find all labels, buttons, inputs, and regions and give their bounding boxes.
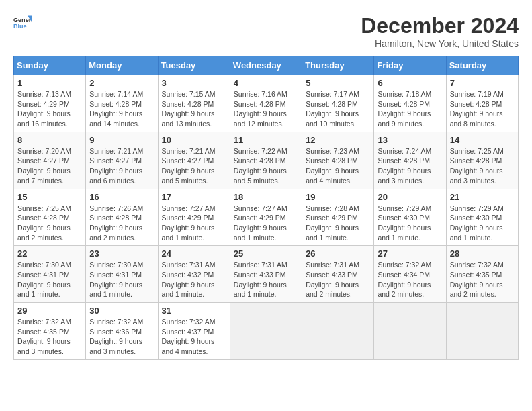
day-number: 30 bbox=[89, 306, 154, 316]
table-row: 6Sunrise: 7:18 AMSunset: 4:28 PMDaylight… bbox=[374, 75, 446, 132]
day-number: 29 bbox=[17, 306, 82, 316]
day-number: 12 bbox=[306, 135, 370, 145]
day-number: 14 bbox=[450, 135, 515, 145]
table-row: 1Sunrise: 7:13 AMSunset: 4:29 PMDaylight… bbox=[14, 75, 86, 132]
day-info: Sunrise: 7:31 AMSunset: 4:32 PMDaylight:… bbox=[162, 260, 226, 300]
table-row: 30Sunrise: 7:32 AMSunset: 4:36 PMDayligh… bbox=[86, 303, 158, 360]
day-info: Sunrise: 7:30 AMSunset: 4:31 PMDaylight:… bbox=[89, 260, 154, 300]
day-number: 2 bbox=[89, 78, 154, 88]
table-row: 19Sunrise: 7:28 AMSunset: 4:29 PMDayligh… bbox=[302, 189, 374, 246]
table-row: 3Sunrise: 7:15 AMSunset: 4:28 PMDaylight… bbox=[158, 75, 230, 132]
calendar-week-row: 1Sunrise: 7:13 AMSunset: 4:29 PMDaylight… bbox=[14, 75, 519, 132]
day-number: 22 bbox=[17, 248, 82, 259]
table-row: 9Sunrise: 7:21 AMSunset: 4:27 PMDaylight… bbox=[86, 132, 158, 189]
day-info: Sunrise: 7:32 AMSunset: 4:35 PMDaylight:… bbox=[17, 317, 82, 357]
table-row: 24Sunrise: 7:31 AMSunset: 4:32 PMDayligh… bbox=[158, 246, 230, 303]
col-wednesday: Wednesday bbox=[230, 56, 302, 75]
day-number: 21 bbox=[450, 192, 515, 202]
day-info: Sunrise: 7:29 AMSunset: 4:30 PMDaylight:… bbox=[378, 203, 442, 243]
table-row: 20Sunrise: 7:29 AMSunset: 4:30 PMDayligh… bbox=[374, 189, 446, 246]
day-number: 8 bbox=[17, 135, 82, 145]
day-number: 16 bbox=[89, 192, 154, 202]
day-info: Sunrise: 7:30 AMSunset: 4:31 PMDaylight:… bbox=[17, 260, 82, 300]
col-friday: Friday bbox=[374, 56, 446, 75]
table-row: 22Sunrise: 7:30 AMSunset: 4:31 PMDayligh… bbox=[14, 246, 86, 303]
table-row bbox=[374, 303, 446, 360]
day-number: 28 bbox=[450, 248, 515, 259]
day-info: Sunrise: 7:17 AMSunset: 4:28 PMDaylight:… bbox=[306, 89, 370, 129]
day-info: Sunrise: 7:22 AMSunset: 4:28 PMDaylight:… bbox=[234, 146, 298, 186]
table-row: 13Sunrise: 7:24 AMSunset: 4:28 PMDayligh… bbox=[374, 132, 446, 189]
day-number: 3 bbox=[162, 78, 226, 88]
table-row: 17Sunrise: 7:27 AMSunset: 4:29 PMDayligh… bbox=[158, 189, 230, 246]
day-number: 10 bbox=[162, 135, 226, 145]
day-number: 1 bbox=[17, 78, 82, 88]
day-number: 4 bbox=[234, 78, 298, 88]
svg-text:Blue: Blue bbox=[13, 23, 27, 30]
day-info: Sunrise: 7:21 AMSunset: 4:27 PMDaylight:… bbox=[89, 146, 154, 186]
day-number: 27 bbox=[378, 248, 442, 259]
day-info: Sunrise: 7:25 AMSunset: 4:28 PMDaylight:… bbox=[450, 146, 515, 186]
day-number: 31 bbox=[162, 306, 226, 316]
logo: General Blue bbox=[13, 13, 32, 32]
day-number: 25 bbox=[234, 248, 298, 259]
day-info: Sunrise: 7:13 AMSunset: 4:29 PMDaylight:… bbox=[17, 89, 82, 129]
day-number: 15 bbox=[17, 192, 82, 202]
day-info: Sunrise: 7:27 AMSunset: 4:29 PMDaylight:… bbox=[234, 203, 298, 243]
page-header: General Blue December 2024 Hamilton, New… bbox=[13, 13, 519, 49]
day-info: Sunrise: 7:25 AMSunset: 4:28 PMDaylight:… bbox=[17, 203, 82, 243]
table-row: 31Sunrise: 7:32 AMSunset: 4:37 PMDayligh… bbox=[158, 303, 230, 360]
day-number: 5 bbox=[306, 78, 370, 88]
day-number: 13 bbox=[378, 135, 442, 145]
page-title: December 2024 bbox=[361, 13, 519, 38]
day-info: Sunrise: 7:19 AMSunset: 4:28 PMDaylight:… bbox=[450, 89, 515, 129]
table-row: 26Sunrise: 7:31 AMSunset: 4:33 PMDayligh… bbox=[302, 246, 374, 303]
day-info: Sunrise: 7:27 AMSunset: 4:29 PMDaylight:… bbox=[162, 203, 226, 243]
table-row: 7Sunrise: 7:19 AMSunset: 4:28 PMDaylight… bbox=[446, 75, 518, 132]
day-number: 18 bbox=[234, 192, 298, 202]
table-row: 11Sunrise: 7:22 AMSunset: 4:28 PMDayligh… bbox=[230, 132, 302, 189]
day-info: Sunrise: 7:21 AMSunset: 4:27 PMDaylight:… bbox=[162, 146, 226, 186]
day-info: Sunrise: 7:23 AMSunset: 4:28 PMDaylight:… bbox=[306, 146, 370, 186]
calendar-table: Sunday Monday Tuesday Wednesday Thursday… bbox=[13, 56, 519, 360]
table-row: 15Sunrise: 7:25 AMSunset: 4:28 PMDayligh… bbox=[14, 189, 86, 246]
day-info: Sunrise: 7:32 AMSunset: 4:37 PMDaylight:… bbox=[162, 317, 226, 357]
day-info: Sunrise: 7:28 AMSunset: 4:29 PMDaylight:… bbox=[306, 203, 370, 243]
day-number: 11 bbox=[234, 135, 298, 145]
table-row: 29Sunrise: 7:32 AMSunset: 4:35 PMDayligh… bbox=[14, 303, 86, 360]
day-info: Sunrise: 7:24 AMSunset: 4:28 PMDaylight:… bbox=[378, 146, 442, 186]
calendar-week-row: 29Sunrise: 7:32 AMSunset: 4:35 PMDayligh… bbox=[14, 303, 519, 360]
table-row: 16Sunrise: 7:26 AMSunset: 4:28 PMDayligh… bbox=[86, 189, 158, 246]
col-thursday: Thursday bbox=[302, 56, 374, 75]
day-info: Sunrise: 7:15 AMSunset: 4:28 PMDaylight:… bbox=[162, 89, 226, 129]
day-info: Sunrise: 7:18 AMSunset: 4:28 PMDaylight:… bbox=[378, 89, 442, 129]
day-number: 24 bbox=[162, 248, 226, 259]
day-info: Sunrise: 7:26 AMSunset: 4:28 PMDaylight:… bbox=[89, 203, 154, 243]
day-info: Sunrise: 7:32 AMSunset: 4:35 PMDaylight:… bbox=[450, 260, 515, 300]
table-row: 8Sunrise: 7:20 AMSunset: 4:27 PMDaylight… bbox=[14, 132, 86, 189]
table-row: 23Sunrise: 7:30 AMSunset: 4:31 PMDayligh… bbox=[86, 246, 158, 303]
day-number: 6 bbox=[378, 78, 442, 88]
day-info: Sunrise: 7:20 AMSunset: 4:27 PMDaylight:… bbox=[17, 146, 82, 186]
table-row: 4Sunrise: 7:16 AMSunset: 4:28 PMDaylight… bbox=[230, 75, 302, 132]
calendar-header-row: Sunday Monday Tuesday Wednesday Thursday… bbox=[14, 56, 519, 75]
day-info: Sunrise: 7:31 AMSunset: 4:33 PMDaylight:… bbox=[306, 260, 370, 300]
table-row: 14Sunrise: 7:25 AMSunset: 4:28 PMDayligh… bbox=[446, 132, 518, 189]
table-row bbox=[446, 303, 518, 360]
table-row bbox=[230, 303, 302, 360]
col-saturday: Saturday bbox=[446, 56, 518, 75]
table-row: 25Sunrise: 7:31 AMSunset: 4:33 PMDayligh… bbox=[230, 246, 302, 303]
table-row: 10Sunrise: 7:21 AMSunset: 4:27 PMDayligh… bbox=[158, 132, 230, 189]
table-row: 12Sunrise: 7:23 AMSunset: 4:28 PMDayligh… bbox=[302, 132, 374, 189]
title-area: December 2024 Hamilton, New York, United… bbox=[361, 13, 519, 49]
table-row: 2Sunrise: 7:14 AMSunset: 4:28 PMDaylight… bbox=[86, 75, 158, 132]
day-info: Sunrise: 7:32 AMSunset: 4:34 PMDaylight:… bbox=[378, 260, 442, 300]
day-info: Sunrise: 7:32 AMSunset: 4:36 PMDaylight:… bbox=[89, 317, 154, 357]
calendar-week-row: 8Sunrise: 7:20 AMSunset: 4:27 PMDaylight… bbox=[14, 132, 519, 189]
col-tuesday: Tuesday bbox=[158, 56, 230, 75]
day-number: 26 bbox=[306, 248, 370, 259]
day-number: 9 bbox=[89, 135, 154, 145]
day-info: Sunrise: 7:31 AMSunset: 4:33 PMDaylight:… bbox=[234, 260, 298, 300]
page-subtitle: Hamilton, New York, United States bbox=[361, 38, 519, 49]
table-row bbox=[302, 303, 374, 360]
